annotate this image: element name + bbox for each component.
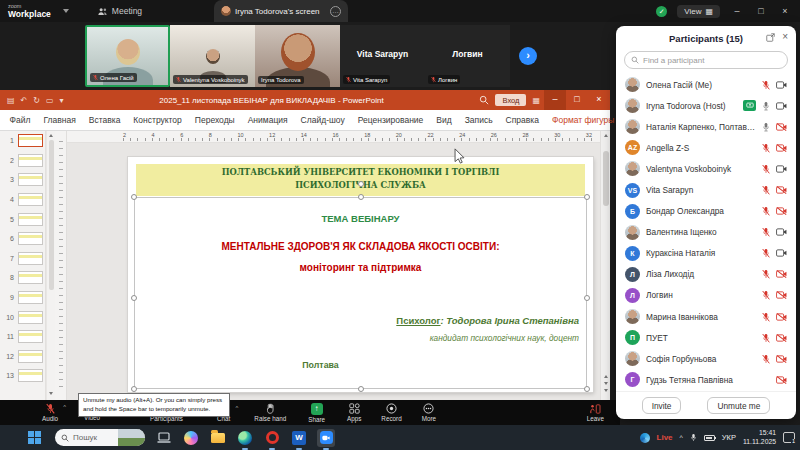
slide-thumbnail[interactable]: 10 [0, 307, 45, 327]
file-explorer-icon[interactable] [209, 429, 227, 447]
participant-row[interactable]: Iryna Todorova (Host) [616, 95, 796, 116]
language-indicator[interactable]: УКР [722, 433, 736, 442]
sign-in-button[interactable]: Вход [495, 94, 526, 106]
taskbar-search-box[interactable] [55, 429, 145, 446]
mic-muted-icon[interactable] [762, 248, 770, 258]
ppt-menu-tab[interactable]: Анимация [241, 115, 294, 125]
resize-handle[interactable] [358, 194, 364, 200]
slide-thumbnail[interactable]: 11 [0, 327, 45, 347]
camera-off-icon[interactable] [776, 144, 787, 152]
view-button[interactable]: View ▦ [677, 5, 720, 18]
mic-icon[interactable] [762, 101, 770, 111]
chevron-down-icon[interactable] [63, 9, 69, 13]
camera-off-icon[interactable] [776, 313, 787, 321]
live-stream-icon[interactable] [640, 433, 650, 443]
mic-muted-icon[interactable] [762, 290, 770, 300]
participant-row[interactable]: П ПУЕТ [616, 327, 796, 348]
mic-muted-icon[interactable] [762, 333, 770, 343]
ppt-menu-tab[interactable]: Главная [37, 115, 82, 125]
resize-handle[interactable] [131, 295, 137, 301]
participant-row[interactable]: Валентина Іщенко [616, 222, 796, 243]
ppt-menu-tab[interactable]: Справка [499, 115, 545, 125]
slide-thumbnail[interactable]: 4 [0, 190, 45, 210]
mic-muted-icon[interactable] [762, 143, 770, 153]
org-title-box[interactable]: ПОЛТАВСЬКИЙ УНІВЕРСИТЕТ ЕКОНОМІКИ І ТОРГ… [136, 164, 585, 196]
ppt-maximize-button[interactable]: □ [566, 90, 588, 110]
leave-button[interactable]: Leave [587, 404, 604, 422]
previous-slide-button[interactable] [604, 375, 608, 378]
invite-button[interactable]: Invite [642, 397, 682, 414]
tray-mic-icon[interactable] [690, 433, 697, 442]
camera-off-icon[interactable] [776, 291, 787, 299]
participant-row[interactable]: AZ Angella Z-S [616, 137, 796, 158]
raise-hand-button[interactable]: Raise hand [254, 403, 286, 422]
share-screen-button[interactable]: ↑ Share [308, 403, 325, 423]
slide-thumbnail[interactable]: 2 [0, 151, 45, 171]
minimize-button[interactable]: – [730, 6, 744, 16]
ppt-menu-tab[interactable]: Переходы [188, 115, 241, 125]
search-icon[interactable] [479, 95, 489, 105]
camera-off-icon[interactable] [776, 186, 787, 194]
scroll-up-icon[interactable] [49, 134, 53, 137]
participant-row[interactable]: Valentyna Voskoboinyk [616, 158, 796, 179]
thumbnail-scrollbar[interactable] [47, 131, 55, 400]
save-icon[interactable]: ▤ [7, 96, 15, 105]
resize-handle[interactable] [584, 194, 590, 200]
security-shield-icon[interactable]: ✓ [656, 6, 667, 17]
slide-thumbnail[interactable]: 12 [0, 347, 45, 367]
camera-off-icon[interactable] [776, 123, 787, 131]
slide-thumbnail[interactable]: 8 [0, 268, 45, 288]
video-tile-olena[interactable]: Олена Гасій [85, 25, 170, 87]
more-button[interactable]: More [422, 403, 436, 422]
video-tile-lohvyn[interactable]: Логвин Логвин [425, 25, 510, 87]
ribbon-overflow-icon[interactable]: › [603, 116, 608, 123]
video-tile-vita[interactable]: Vita Sarapyn Vita Sarapyn [340, 25, 425, 87]
participant-row[interactable]: Марина Іваннікова [616, 306, 796, 327]
slide-thumbnail[interactable]: 13 [0, 366, 45, 386]
mic-muted-icon[interactable] [762, 269, 770, 279]
mic-muted-icon[interactable] [762, 312, 770, 322]
more-options-icon[interactable]: … [330, 6, 341, 17]
tab-meeting[interactable]: Meeting [97, 6, 142, 16]
ppt-menu-tab[interactable]: Вид [430, 115, 458, 125]
camera-off-icon[interactable] [776, 355, 787, 363]
ppt-menu-tab[interactable]: Файл [3, 115, 37, 125]
camera-off-icon[interactable] [776, 270, 787, 278]
ppt-minimize-button[interactable]: – [544, 90, 566, 110]
resize-handle[interactable] [584, 295, 590, 301]
resize-handle[interactable] [584, 386, 590, 392]
mic-muted-icon[interactable] [762, 354, 770, 364]
scroll-up-icon[interactable] [604, 134, 608, 137]
participant-row[interactable]: Наталія Карпенко, Полтавський уніве... [616, 116, 796, 137]
camera-off-icon[interactable] [776, 376, 787, 384]
resize-handle[interactable] [358, 386, 364, 392]
word-icon[interactable] [290, 429, 308, 447]
redo-icon[interactable]: ↻ [33, 96, 40, 105]
maximize-button[interactable]: □ [754, 6, 768, 16]
camera-off-icon[interactable] [776, 334, 787, 342]
start-button-icon[interactable] [28, 431, 41, 444]
pop-out-icon[interactable] [766, 33, 775, 42]
undo-icon[interactable]: ↶ [21, 96, 28, 105]
record-button[interactable]: Record [381, 403, 401, 422]
close-button[interactable]: × [778, 6, 792, 16]
tab-shared-screen[interactable]: Iryna Todorova's screen … [214, 0, 348, 22]
participant-row[interactable]: Л Логвин [616, 285, 796, 306]
participant-row[interactable]: Софія Горбуньова [616, 348, 796, 369]
start-presentation-icon[interactable]: ▭ [46, 96, 54, 105]
copilot-icon[interactable] [182, 429, 200, 447]
ppt-close-button[interactable]: × [588, 90, 610, 110]
clock[interactable]: 15:41 11.11.2025 [743, 429, 776, 447]
device-icon[interactable] [155, 429, 173, 447]
slide-scrollbar[interactable] [600, 131, 610, 400]
participant-row[interactable]: Олена Гасій (Me) [616, 74, 796, 95]
resize-handle[interactable] [131, 386, 137, 392]
scroll-down-icon[interactable] [604, 389, 608, 392]
ppt-menu-tab[interactable]: Рецензирование [351, 115, 430, 125]
ribbon-display-options-icon[interactable]: ▦ [532, 96, 540, 105]
ppt-menu-tab[interactable]: Конструктор [127, 115, 188, 125]
slide-thumbnail[interactable]: 6 [0, 229, 45, 249]
close-icon[interactable]: × [782, 32, 788, 42]
camera-off-icon[interactable] [776, 207, 787, 215]
camera-icon[interactable] [776, 81, 787, 89]
